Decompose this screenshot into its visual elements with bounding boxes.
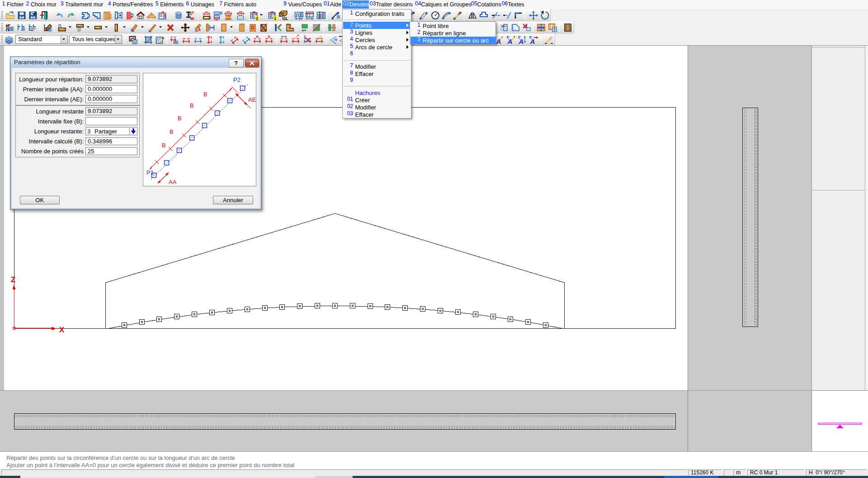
svg-text:B: B — [190, 102, 194, 109]
svg-text:B: B — [162, 142, 166, 149]
svg-text:B: B — [178, 115, 182, 122]
svg-text:B: B — [170, 128, 174, 135]
svg-text:AE: AE — [248, 96, 256, 103]
svg-text:Z: Z — [11, 275, 15, 284]
svg-text:P1: P1 — [146, 169, 154, 176]
svg-text:P2: P2 — [233, 76, 241, 83]
svg-text:B: B — [203, 91, 208, 98]
svg-text:AA: AA — [169, 179, 177, 185]
svg-text:X: X — [59, 326, 65, 334]
